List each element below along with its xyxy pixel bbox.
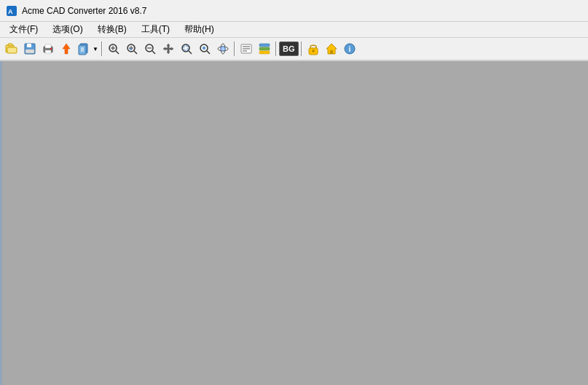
main-content — [0, 61, 588, 385]
svg-rect-3 — [8, 44, 12, 46]
title-bar: A Acme CAD Converter 2016 v8.7 — [0, 0, 588, 22]
svg-line-34 — [207, 51, 210, 54]
svg-text:A: A — [8, 8, 13, 15]
svg-text:+: + — [129, 46, 133, 52]
menu-item-convert[interactable]: 转换(B) — [91, 21, 133, 38]
svg-rect-49 — [330, 50, 333, 54]
convert-button[interactable] — [58, 40, 75, 57]
orbit-button[interactable] — [214, 40, 232, 57]
svg-line-19 — [116, 51, 119, 54]
info-button[interactable]: i — [341, 40, 358, 57]
svg-marker-12 — [63, 44, 70, 54]
svg-point-47 — [312, 49, 315, 52]
save-button[interactable] — [21, 40, 39, 57]
pan-realtime-button[interactable] — [160, 40, 177, 57]
copy-button[interactable] — [76, 40, 92, 57]
svg-line-28 — [152, 51, 155, 54]
print-button[interactable] — [39, 40, 57, 57]
toolbar: ▼ + — [0, 38, 588, 61]
menu-item-options[interactable]: 选项(O) — [46, 21, 89, 38]
menu-bar: 文件(F)选项(O)转换(B)工具(T)帮助(H) — [0, 22, 588, 38]
svg-rect-6 — [27, 44, 31, 47]
separator-4 — [301, 41, 302, 56]
zoom-extent-button[interactable] — [105, 40, 122, 57]
svg-rect-44 — [259, 47, 270, 50]
bg-label: BG — [283, 44, 295, 53]
menu-item-tools[interactable]: 工具(T) — [135, 21, 176, 38]
menu-item-help[interactable]: 帮助(H) — [178, 21, 221, 38]
svg-rect-32 — [184, 46, 188, 50]
layers-button[interactable] — [256, 40, 273, 57]
svg-rect-10 — [45, 50, 51, 53]
copy-dropdown[interactable]: ▼ — [76, 40, 99, 57]
separator-1 — [101, 41, 103, 56]
app-icon: A — [6, 5, 17, 17]
lock-button[interactable] — [305, 40, 322, 57]
svg-line-23 — [134, 51, 137, 54]
svg-rect-4 — [7, 47, 17, 53]
svg-point-11 — [50, 48, 52, 49]
svg-text:i: i — [348, 45, 350, 53]
copy-dropdown-arrow[interactable]: ▼ — [93, 40, 98, 57]
zoom-in-button[interactable]: + — [123, 40, 141, 57]
zoom-out-button[interactable] — [141, 40, 159, 57]
svg-rect-7 — [26, 49, 34, 53]
left-border — [0, 61, 3, 385]
properties-button[interactable] — [238, 40, 255, 57]
svg-rect-9 — [45, 44, 51, 48]
svg-point-35 — [203, 47, 205, 49]
menu-item-file[interactable]: 文件(F) — [3, 21, 44, 38]
svg-rect-43 — [259, 44, 270, 47]
bg-toggle-button[interactable]: BG — [279, 41, 299, 56]
separator-2 — [234, 41, 235, 56]
separator-3 — [275, 41, 277, 56]
title-text: Acme CAD Converter 2016 v8.7 — [22, 6, 146, 16]
svg-point-38 — [221, 47, 225, 51]
svg-line-31 — [189, 51, 192, 54]
zoom-window-button[interactable] — [178, 40, 195, 57]
home-button[interactable] — [323, 40, 340, 57]
svg-rect-45 — [259, 51, 270, 54]
open-button[interactable] — [3, 40, 20, 57]
zoom-realtime-button[interactable] — [196, 40, 213, 57]
